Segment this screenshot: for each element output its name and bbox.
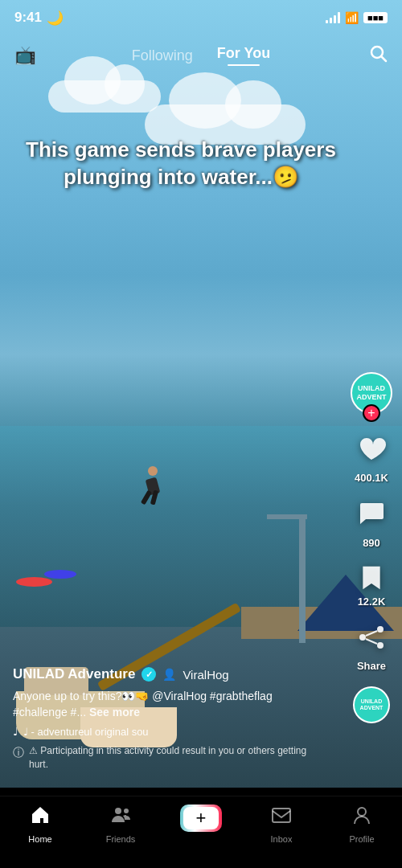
heart-icon (356, 433, 387, 469)
nav-profile[interactable]: Profile (338, 805, 386, 844)
creator-avatar[interactable]: UNILADADVENT + (351, 372, 392, 414)
svg-point-3 (359, 634, 366, 641)
search-button[interactable] (368, 43, 388, 68)
home-icon (30, 805, 51, 831)
collab-username: ViralHog (183, 668, 228, 682)
bottom-navigation: Home Friends + Inbox (0, 796, 402, 868)
svg-point-7 (115, 808, 121, 814)
nav-inbox[interactable]: Inbox (257, 805, 306, 844)
bookmark-count: 12.2K (358, 596, 386, 608)
tab-for-you[interactable]: For You (217, 45, 270, 66)
create-button[interactable]: + (180, 805, 222, 832)
profile-label: Profile (349, 834, 374, 844)
share-action[interactable]: Share (356, 622, 387, 672)
svg-point-2 (377, 626, 384, 633)
tv-icon: 📺 (14, 45, 36, 66)
home-label: Home (28, 834, 51, 844)
video-info: UNILAD Adventure ✓ 👤 ViralHog Anyone up … (0, 666, 338, 772)
tab-following[interactable]: Following (132, 47, 193, 64)
time-text: 9:41 (14, 10, 42, 26)
friends-label: Friends (106, 834, 136, 844)
username-row: UNILAD Adventure ✓ 👤 ViralHog (13, 666, 325, 682)
comment-count: 890 (363, 537, 380, 549)
profile-icon (351, 805, 372, 831)
music-note-icon: ♩ (13, 725, 18, 738)
bookmark-action[interactable]: 12.2K (357, 563, 386, 608)
search-icon (368, 43, 388, 63)
nav-tabs: Following For You (132, 45, 270, 66)
warning-icon: ⓘ (13, 745, 24, 761)
like-action[interactable]: 400.1K (355, 433, 388, 484)
share-icon (356, 622, 387, 657)
username: UNILAD Adventure (13, 666, 135, 682)
music-disc: UNILADADVENT (353, 686, 390, 723)
nav-friends[interactable]: Friends (96, 805, 145, 844)
warning-text: ⚠ Participating in this activity could r… (29, 744, 325, 772)
crane (299, 514, 306, 643)
collab-icon: 👤 (162, 668, 176, 681)
video-caption: This game sends brave players plunging i… (24, 137, 338, 191)
verified-badge: ✓ (142, 667, 156, 682)
warning-row: ⓘ ⚠ Participating in this activity could… (13, 744, 325, 772)
avatar-label: UNILADADVENT (356, 384, 386, 402)
svg-line-5 (366, 631, 377, 636)
video-description: Anyone up to try this?👀🤜 @ViralHog #grab… (13, 689, 325, 720)
status-bar: 9:41 🌙 📶 ■■■ (0, 0, 402, 35)
inbox-label: Inbox (271, 834, 293, 844)
signal-icon (326, 12, 340, 23)
plus-icon: + (183, 807, 219, 829)
see-more-button[interactable]: See more (89, 706, 140, 719)
comment-icon (356, 498, 387, 534)
svg-rect-9 (273, 809, 290, 822)
kayak-1 (16, 577, 52, 587)
battery-icon: ■■■ (363, 12, 388, 23)
svg-point-8 (124, 809, 129, 813)
cloud-1 (48, 80, 161, 113)
share-label: Share (357, 660, 386, 672)
bookmark-icon (357, 563, 386, 592)
top-navigation: 📺 Following For You (0, 35, 402, 76)
svg-point-4 (377, 642, 384, 649)
jumper (141, 466, 165, 506)
moon-icon: 🌙 (47, 10, 64, 27)
svg-point-10 (358, 808, 366, 816)
inbox-icon (271, 805, 292, 831)
nav-create[interactable]: + (177, 805, 225, 832)
active-tab-indicator (228, 64, 260, 66)
comment-action[interactable]: 890 (356, 498, 387, 549)
nav-home[interactable]: Home (16, 805, 64, 844)
svg-line-6 (366, 639, 377, 644)
svg-line-1 (382, 57, 387, 62)
status-icons: 📶 ■■■ (326, 11, 388, 24)
like-count: 400.1K (355, 472, 388, 484)
live-button[interactable]: 📺 (14, 45, 36, 66)
right-actions: UNILADADVENT + 400.1K 890 12.2K (351, 372, 392, 723)
follow-plus-button[interactable]: + (363, 404, 380, 422)
friends-icon (110, 805, 131, 831)
music-row: ♩ ♩ - adventureul original sou (13, 725, 325, 738)
status-time: 9:41 🌙 (14, 10, 64, 27)
music-label: ♩ - adventureul original sou (23, 726, 149, 738)
kayak-2 (44, 570, 76, 579)
wifi-icon: 📶 (345, 11, 359, 24)
